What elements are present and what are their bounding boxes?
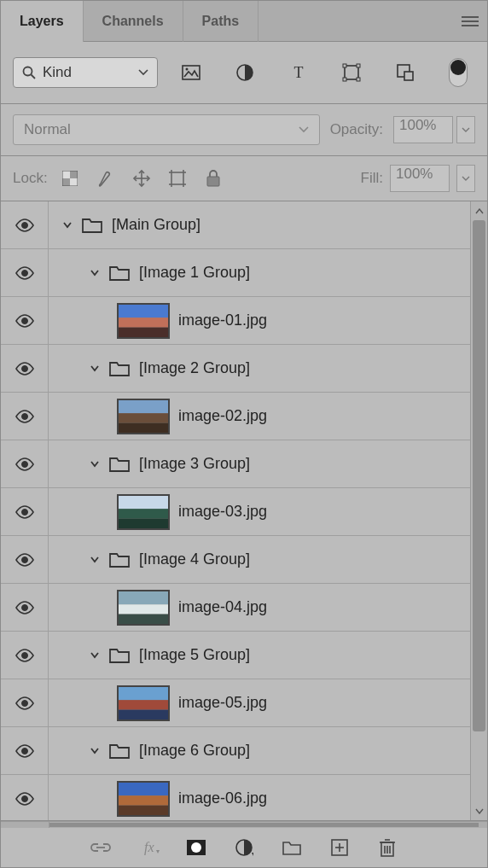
add-mask-icon[interactable] bbox=[185, 836, 207, 859]
scrollbar-thumb[interactable] bbox=[473, 220, 485, 731]
filter-shape-icon[interactable] bbox=[341, 62, 362, 83]
vertical-scrollbar[interactable] bbox=[470, 201, 487, 820]
layer-name[interactable]: [Image 1 Group] bbox=[139, 264, 250, 282]
visibility-toggle[interactable] bbox=[1, 440, 49, 487]
visibility-toggle[interactable] bbox=[1, 488, 49, 535]
svg-point-55 bbox=[21, 700, 27, 706]
layer-name[interactable]: [Image 2 Group] bbox=[139, 359, 250, 377]
filter-type-icon[interactable]: T bbox=[288, 62, 309, 83]
svg-rect-16 bbox=[62, 171, 70, 178]
layer-row[interactable]: [Image 1 Group] bbox=[1, 249, 470, 297]
h-scrollbar-thumb[interactable] bbox=[49, 823, 479, 827]
svg-rect-43 bbox=[119, 422, 168, 432]
link-layers-icon[interactable] bbox=[90, 836, 112, 859]
layer-thumbnail[interactable] bbox=[117, 303, 170, 339]
opacity-dropdown-button[interactable] bbox=[456, 116, 475, 143]
visibility-toggle[interactable] bbox=[1, 201, 49, 248]
fill-dropdown-button[interactable] bbox=[456, 165, 475, 192]
lock-all-icon[interactable] bbox=[203, 168, 224, 189]
filter-toggle[interactable] bbox=[449, 58, 468, 87]
tab-paths[interactable]: Paths bbox=[183, 1, 259, 42]
layer-thumbnail[interactable] bbox=[117, 590, 170, 626]
layer-thumbnail[interactable] bbox=[117, 399, 170, 434]
svg-rect-56 bbox=[119, 687, 168, 700]
blend-mode-label: Normal bbox=[24, 121, 71, 138]
layer-name[interactable]: image-05.jpg bbox=[178, 694, 267, 712]
svg-text:▾: ▾ bbox=[252, 850, 253, 857]
layer-name[interactable]: [Image 5 Group] bbox=[139, 646, 250, 664]
fill-input[interactable]: 100% bbox=[390, 165, 450, 192]
visibility-toggle[interactable] bbox=[1, 727, 49, 774]
panel-menu-icon[interactable] bbox=[453, 1, 487, 42]
new-layer-icon[interactable] bbox=[328, 836, 351, 859]
layer-name[interactable]: [Image 6 Group] bbox=[139, 742, 250, 760]
scroll-down-icon[interactable] bbox=[471, 801, 487, 820]
filter-icons: T bbox=[173, 58, 475, 87]
layer-thumbnail[interactable] bbox=[117, 685, 170, 721]
svg-rect-11 bbox=[357, 64, 360, 67]
layer-row[interactable]: image-04.jpg bbox=[1, 584, 470, 632]
layer-row[interactable]: [Image 2 Group] bbox=[1, 345, 470, 393]
lock-position-icon[interactable] bbox=[131, 168, 152, 189]
visibility-toggle[interactable] bbox=[1, 393, 49, 440]
chevron-down-icon[interactable] bbox=[90, 460, 100, 469]
layer-thumbnail[interactable] bbox=[117, 494, 170, 530]
visibility-toggle[interactable] bbox=[1, 775, 49, 820]
layer-row[interactable]: image-06.jpg bbox=[1, 775, 470, 820]
visibility-toggle[interactable] bbox=[1, 584, 49, 631]
filter-type-dropdown[interactable]: Kind bbox=[13, 57, 158, 88]
layer-name[interactable]: image-01.jpg bbox=[178, 312, 267, 329]
visibility-toggle[interactable] bbox=[1, 297, 49, 344]
lock-transparency-icon[interactable] bbox=[60, 168, 80, 189]
svg-point-34 bbox=[21, 270, 27, 276]
svg-rect-17 bbox=[70, 178, 78, 186]
layer-name[interactable]: image-02.jpg bbox=[178, 407, 267, 425]
layer-name[interactable]: [Image 4 Group] bbox=[139, 551, 250, 568]
visibility-toggle[interactable] bbox=[1, 345, 49, 392]
scroll-up-icon[interactable] bbox=[471, 201, 487, 220]
layer-name[interactable]: image-03.jpg bbox=[178, 503, 267, 521]
blend-mode-dropdown[interactable]: Normal bbox=[13, 114, 320, 145]
opacity-input[interactable]: 100% bbox=[393, 116, 453, 143]
tab-layers[interactable]: Layers bbox=[1, 1, 84, 42]
layer-row[interactable]: [Image 5 Group] bbox=[1, 632, 470, 679]
tab-channels[interactable]: Channels bbox=[84, 1, 183, 42]
chevron-down-icon[interactable] bbox=[90, 364, 100, 373]
layer-name[interactable]: image-04.jpg bbox=[178, 598, 267, 616]
svg-point-59 bbox=[21, 748, 27, 754]
fx-icon[interactable]: fx▾ bbox=[137, 836, 160, 859]
layer-row[interactable]: image-03.jpg bbox=[1, 488, 470, 536]
delete-layer-icon[interactable] bbox=[376, 836, 398, 859]
layers-list[interactable]: [Main Group][Image 1 Group]image-01.jpg[… bbox=[1, 201, 470, 820]
layer-row[interactable]: image-01.jpg bbox=[1, 297, 470, 345]
chevron-down-icon[interactable] bbox=[90, 747, 100, 755]
filter-smartobject-icon[interactable] bbox=[395, 62, 415, 83]
lock-artboard-icon[interactable] bbox=[167, 168, 188, 189]
filter-adjustment-icon[interactable] bbox=[235, 62, 255, 83]
svg-rect-47 bbox=[119, 509, 168, 518]
visibility-toggle[interactable] bbox=[1, 249, 49, 296]
chevron-down-icon[interactable] bbox=[90, 556, 100, 564]
chevron-down-icon[interactable] bbox=[62, 221, 73, 230]
layer-row[interactable]: [Image 3 Group] bbox=[1, 440, 470, 488]
visibility-toggle[interactable] bbox=[1, 679, 49, 726]
chevron-down-icon[interactable] bbox=[90, 651, 100, 660]
visibility-toggle[interactable] bbox=[1, 536, 49, 583]
lock-paint-icon[interactable] bbox=[96, 168, 116, 189]
layer-row[interactable]: [Image 4 Group] bbox=[1, 536, 470, 584]
layer-thumbnail[interactable] bbox=[117, 781, 170, 817]
layer-row[interactable]: image-02.jpg bbox=[1, 393, 470, 440]
layer-row[interactable]: image-05.jpg bbox=[1, 679, 470, 727]
visibility-toggle[interactable] bbox=[1, 632, 49, 679]
chevron-down-icon[interactable] bbox=[90, 269, 100, 277]
filter-pixel-icon[interactable] bbox=[181, 62, 201, 83]
svg-text:fx: fx bbox=[144, 840, 154, 855]
new-group-icon[interactable] bbox=[281, 836, 303, 859]
horizontal-scrollbar[interactable] bbox=[1, 821, 487, 828]
layer-row[interactable]: [Main Group] bbox=[1, 201, 470, 249]
adjustment-layer-icon[interactable]: ▾ bbox=[233, 836, 255, 859]
layer-name[interactable]: [Image 3 Group] bbox=[139, 455, 250, 473]
layer-name[interactable]: image-06.jpg bbox=[178, 789, 267, 807]
layer-name[interactable]: [Main Group] bbox=[112, 216, 200, 234]
layer-row[interactable]: [Image 6 Group] bbox=[1, 727, 470, 775]
